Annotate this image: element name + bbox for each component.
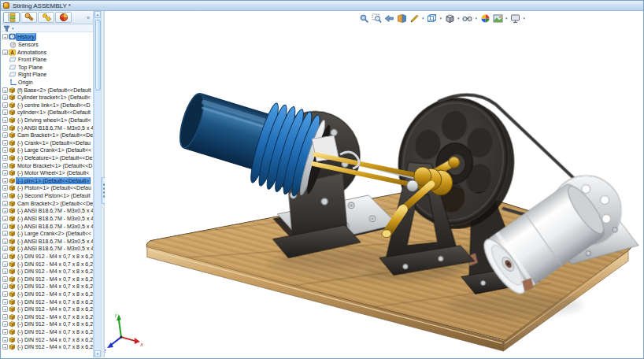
previous-view-button[interactable] — [383, 13, 394, 24]
tree-item[interactable]: +(-) DIN 912 - M4 x 0,7 x 8 x 6,25 — [2, 253, 93, 261]
tree-item[interactable]: +(-) Large Crank<2> (Default<< — [2, 230, 93, 238]
expander-icon[interactable]: + — [2, 201, 8, 206]
expander-icon[interactable]: + — [2, 117, 8, 123]
expander-icon[interactable]: + — [2, 344, 8, 350]
tree-item[interactable]: +(-) DIN 912 - M4 x 0,7 x 8 x 6,25 — [2, 276, 93, 283]
expander-icon[interactable]: + — [2, 140, 8, 146]
scrollbar-thumb[interactable] — [95, 20, 101, 91]
tab-overflow-chevron[interactable]: » — [87, 15, 91, 20]
tree-item[interactable]: Sensors — [2, 41, 93, 49]
display-style-dropdown-arrow[interactable]: ▾ — [457, 16, 460, 20]
tree-item[interactable]: +(-) DIN 912 - M4 x 0,7 x 8 x 6,25 — [2, 260, 93, 268]
tree-item[interactable]: +(-) ANSI B18.6.7M - M3x0,5 x 4( — [2, 222, 93, 230]
tree-item[interactable]: +(-) DIN 912 - M4 x 0,7 x 8 x 6,25 — [2, 283, 93, 291]
tree-item[interactable]: +(-) ANSI B18.6.7M - M3x0,5 x 4( — [2, 245, 93, 253]
tree-item[interactable]: +(f) Base<2> (Default<<Default — [2, 86, 93, 94]
expander-icon[interactable]: + — [2, 321, 8, 327]
configurationmanager-tab[interactable] — [38, 12, 54, 23]
filter-dropdown-arrow[interactable]: ▾ — [12, 26, 14, 31]
expander-icon[interactable]: + — [2, 34, 8, 39]
tree-item[interactable]: +(-) DIN 912 - M4 x 0,7 x 8 x 6,25 — [2, 268, 93, 276]
tree-item[interactable]: +Motor Bracket<1> (Default<<D — [2, 161, 93, 169]
expander-icon[interactable]: + — [2, 50, 8, 55]
hide-show-items-dropdown-arrow[interactable]: ▾ — [476, 16, 478, 20]
tree-item[interactable]: +AAnnotations — [2, 48, 93, 56]
dynamic-annotation-views-button[interactable] — [409, 13, 420, 24]
displacer-cylinder[interactable] — [171, 77, 335, 202]
tree-item[interactable]: +Cam Bracket<2> (Default<<De — [2, 199, 93, 207]
tree-item[interactable]: +(-) Piston<1> (Default<<Defau — [2, 184, 93, 192]
zoom-to-area-button[interactable] — [371, 13, 382, 24]
expander-icon[interactable]: + — [2, 246, 8, 251]
title-bar[interactable]: Stirling ASSEMBLY * — [1, 1, 643, 11]
expander-icon[interactable]: + — [2, 216, 8, 221]
expander-icon[interactable]: + — [2, 276, 8, 282]
tree-item[interactable]: Top Plane — [2, 63, 93, 71]
tree-item[interactable]: Right Plane — [2, 71, 93, 79]
panel-scrollbar[interactable]: ▲ ▼ — [94, 11, 102, 357]
graphics-viewport[interactable]: ▾▾▾▾▾▾ — [105, 11, 642, 357]
zoom-to-fit-button[interactable] — [358, 13, 369, 24]
expander-icon[interactable]: + — [2, 185, 8, 191]
hide-show-items-button[interactable] — [462, 13, 473, 24]
scroll-down-arrow[interactable]: ▼ — [94, 350, 101, 357]
tree-item[interactable]: +(-) DIN 912 - M4 x 0,7 x 8 x 6,25 — [2, 291, 93, 298]
expander-icon[interactable]: + — [2, 208, 8, 213]
tree-item[interactable]: +(-) Driving wheel<1> (Default< — [2, 117, 93, 124]
expander-icon[interactable]: + — [2, 231, 8, 236]
displaymanager-tab[interactable] — [55, 12, 72, 23]
model-render[interactable]: Y X Z — [105, 11, 642, 357]
expander-icon[interactable]: + — [2, 132, 8, 138]
expander-icon[interactable]: + — [2, 268, 8, 274]
expander-icon[interactable]: + — [2, 102, 8, 108]
tree-item[interactable]: +(-) DIN 912 - M4 x 0,7 x 8 x 6,25 — [2, 335, 93, 343]
tree-item[interactable]: +(-) Defeature<1> (Default<<De — [2, 154, 93, 162]
tree-item[interactable]: +(-) DIN 912 - M4 x 0,7 x 8 x 6,25 — [2, 313, 93, 321]
scroll-up-arrow[interactable]: ▲ — [94, 11, 101, 18]
tree-item[interactable]: +(-) ANSI B18.6.7M - M3x0,5 x 4( — [2, 215, 93, 223]
tree-item[interactable]: +History — [2, 33, 93, 41]
tree-item[interactable]: +(-) Large Crank<1> (Default<< — [2, 146, 93, 154]
expander-icon[interactable]: + — [2, 306, 8, 312]
tree-item[interactable]: +(-) DIN 912 - M4 x 0,7 x 8 x 6,25 — [2, 320, 93, 328]
apply-scene-button[interactable] — [492, 13, 503, 24]
apply-scene-dropdown-arrow[interactable]: ▾ — [505, 16, 508, 20]
expander-icon[interactable]: + — [2, 178, 8, 183]
expander-icon[interactable]: + — [2, 155, 8, 161]
expander-icon[interactable]: + — [2, 261, 8, 267]
tree-item[interactable]: +(-) ANSI B18.6.7M - M3x0,5 x 4( — [2, 207, 93, 215]
view-orientation-button[interactable] — [427, 13, 438, 24]
expander-icon[interactable]: + — [2, 299, 8, 305]
view-orientation-dropdown-arrow[interactable]: ▾ — [440, 16, 442, 20]
expander-icon[interactable]: + — [2, 163, 8, 168]
expander-icon[interactable]: + — [2, 94, 8, 100]
tree-item[interactable]: +(-) centre link<1> (Default<<D — [2, 101, 93, 109]
expander-icon[interactable]: + — [2, 337, 8, 342]
expander-icon[interactable]: + — [2, 109, 8, 115]
expander-icon[interactable]: + — [2, 291, 8, 297]
expander-icon[interactable]: + — [2, 170, 8, 176]
expander-icon[interactable]: + — [2, 283, 8, 289]
expander-icon[interactable]: + — [2, 254, 8, 259]
display-style-button[interactable] — [444, 13, 455, 24]
filter-row[interactable]: ▾ — [2, 24, 93, 32]
view-settings-dropdown-arrow[interactable]: ▾ — [524, 16, 526, 20]
tree-item[interactable]: Origin — [2, 79, 93, 87]
view-settings-button[interactable] — [510, 13, 521, 24]
tree-item[interactable]: +Cam Bracket<1> (Default<<De — [2, 131, 93, 139]
tree-item[interactable]: +(-) Second Piston<1> (Default — [2, 192, 93, 200]
expander-icon[interactable]: + — [2, 147, 8, 153]
tree-item[interactable]: +cylinder<1> (Default<<Default — [2, 109, 93, 117]
tree-item[interactable]: +(-) DIN 912 - M4 x 0,7 x 8 x 6,25 — [2, 298, 93, 305]
tree-item[interactable]: +(-) pin<1> (Default<<Default> — [2, 177, 93, 185]
tree-item[interactable]: +(-) ANSI B18.6.7M - M3x0,5 x 4( — [2, 237, 93, 245]
expander-icon[interactable]: + — [2, 224, 8, 229]
expander-icon[interactable]: + — [2, 329, 8, 335]
expander-icon[interactable]: + — [2, 125, 8, 131]
propertymanager-tab[interactable] — [20, 12, 37, 23]
tree-item[interactable]: +Cylinder bracket<1> (Default< — [2, 94, 93, 102]
edit-appearance-button[interactable] — [479, 13, 490, 24]
dynamic-annotation-views-dropdown-arrow[interactable]: ▾ — [422, 16, 424, 20]
tree-item[interactable]: +(-) Motor Wheel<1> (Default< — [2, 169, 93, 177]
expander-icon[interactable]: + — [2, 193, 8, 198]
